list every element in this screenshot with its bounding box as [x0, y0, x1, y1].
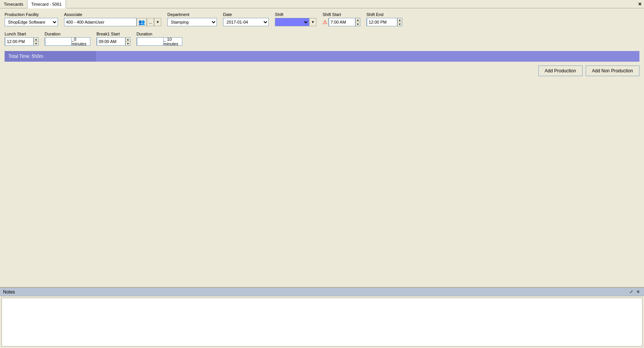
- shift-start-down-arrow[interactable]: ▼: [355, 22, 360, 26]
- resize-icon: ⤢: [630, 289, 633, 294]
- close-icon: ✕: [636, 289, 640, 294]
- notes-resize-button[interactable]: ⤢: [628, 289, 634, 295]
- add-non-production-button[interactable]: Add Non Production: [586, 65, 639, 76]
- lunch-duration-input-wrap: _0 minutes: [45, 37, 90, 46]
- chevron-down-icon: ▼: [311, 20, 315, 24]
- shift-select[interactable]: [275, 18, 309, 26]
- break1-duration-input[interactable]: [137, 37, 164, 46]
- shift-end-down-arrow[interactable]: ▼: [397, 22, 402, 26]
- production-facility-label: Production Facility: [5, 12, 58, 17]
- shift-start-up-arrow[interactable]: ▲: [355, 18, 360, 22]
- department-select[interactable]: Stamping: [167, 18, 217, 26]
- shift-group: Shift ▼: [275, 12, 316, 26]
- department-label: Department: [167, 12, 217, 17]
- break1-duration-group: Duration _ 10 minutes: [137, 32, 182, 46]
- shift-start-group: Shift Start ⚠ ▲ ▼: [323, 12, 360, 26]
- associate-person-icon-button[interactable]: 👥: [137, 18, 147, 26]
- break1-start-arrows: ▲ ▼: [125, 38, 130, 45]
- associate-label: Associate: [64, 12, 161, 17]
- top-form-row: Production Facility ShopEdge Software As…: [5, 12, 639, 26]
- associate-group: Associate 👥 ... ▼: [64, 12, 161, 26]
- break1-start-down-arrow[interactable]: ▼: [125, 42, 130, 45]
- break1-duration-label: Duration: [137, 32, 182, 36]
- break1-duration-suffix: _ 10 minutes: [164, 37, 182, 46]
- break1-start-spinner: ▲ ▼: [96, 37, 130, 46]
- shift-label: Shift: [275, 12, 316, 17]
- lunch-start-label: Lunch Start: [5, 32, 39, 36]
- lunch-duration-suffix: _0 minutes: [72, 37, 90, 46]
- window-body: Production Facility ShopEdge Software As…: [0, 8, 644, 287]
- break1-start-label: Break1 Start: [96, 32, 130, 36]
- total-time-label: Total Time: 5h0m: [5, 51, 96, 62]
- notes-close-button[interactable]: ✕: [635, 289, 641, 295]
- shift-end-up-arrow[interactable]: ▲: [397, 18, 402, 22]
- chevron-down-icon: ▼: [156, 20, 159, 24]
- associate-input[interactable]: [64, 18, 137, 26]
- title-bar: Timecards Timecard - 5061 ✕: [0, 0, 644, 8]
- production-facility-select[interactable]: ShopEdge Software: [5, 18, 58, 26]
- shift-start-arrows: ▲ ▼: [355, 18, 360, 26]
- shift-end-arrows: ▲ ▼: [397, 18, 402, 26]
- department-group: Department Stamping: [167, 12, 217, 26]
- date-label: Date: [223, 12, 269, 17]
- lunch-duration-group: Duration _0 minutes: [45, 32, 90, 46]
- associate-ellipsis-button[interactable]: ...: [147, 18, 154, 26]
- date-select[interactable]: 2017-01-04: [223, 18, 269, 26]
- lunch-start-up-arrow[interactable]: ▲: [34, 38, 38, 42]
- lunch-start-arrows: ▲ ▼: [34, 38, 38, 45]
- lunch-start-spinner: ▲ ▼: [5, 37, 39, 46]
- associate-input-wrap: 👥 ... ▼: [64, 18, 161, 26]
- lunch-start-group: Lunch Start ▲ ▼: [5, 32, 39, 46]
- lunch-start-down-arrow[interactable]: ▼: [34, 42, 38, 45]
- break1-duration-input-wrap: _ 10 minutes: [137, 37, 182, 46]
- notes-title: Notes: [3, 289, 15, 295]
- total-bar-fill: [96, 51, 639, 62]
- tab-timecards[interactable]: Timecards: [0, 0, 27, 8]
- shift-start-spinner: ▲ ▼: [328, 18, 360, 26]
- notes-panel: Notes ⤢ ✕: [0, 287, 644, 348]
- notes-body[interactable]: [2, 298, 642, 346]
- shift-dropdown-button[interactable]: ▼: [309, 18, 316, 26]
- shift-start-input[interactable]: [329, 18, 355, 26]
- total-time-bar: Total Time: 5h0m: [5, 51, 639, 62]
- break1-start-group: Break1 Start ▲ ▼: [96, 32, 130, 46]
- warning-icon: ⚠: [323, 19, 328, 25]
- shift-start-label: Shift Start: [323, 12, 360, 17]
- shift-end-group: Shift End ▲ ▼: [366, 12, 402, 26]
- notes-header-actions: ⤢ ✕: [628, 289, 641, 295]
- lunch-duration-label: Duration: [45, 32, 90, 36]
- lunch-duration-input[interactable]: [45, 37, 72, 46]
- action-row: Add Production Add Non Production: [5, 65, 639, 76]
- person-icon: 👥: [138, 19, 145, 25]
- lunch-start-input[interactable]: [5, 37, 34, 46]
- add-production-button[interactable]: Add Production: [538, 65, 583, 76]
- break1-start-up-arrow[interactable]: ▲: [125, 38, 130, 42]
- shift-end-spinner: ▲ ▼: [366, 18, 402, 26]
- break1-start-input[interactable]: [97, 37, 125, 46]
- date-group: Date 2017-01-04: [223, 12, 269, 26]
- lunch-break-row: Lunch Start ▲ ▼ Duration _0 minutes Brea…: [5, 32, 639, 46]
- ellipsis-icon: ...: [149, 20, 152, 24]
- tab-timecard-5061[interactable]: Timecard - 5061: [27, 0, 66, 8]
- associate-dropdown-button[interactable]: ▼: [154, 18, 161, 26]
- shift-end-label: Shift End: [366, 12, 402, 17]
- window-close-button[interactable]: ✕: [636, 0, 644, 8]
- production-facility-group: Production Facility ShopEdge Software: [5, 12, 58, 26]
- notes-header: Notes ⤢ ✕: [0, 288, 644, 296]
- shift-end-input[interactable]: [367, 18, 397, 26]
